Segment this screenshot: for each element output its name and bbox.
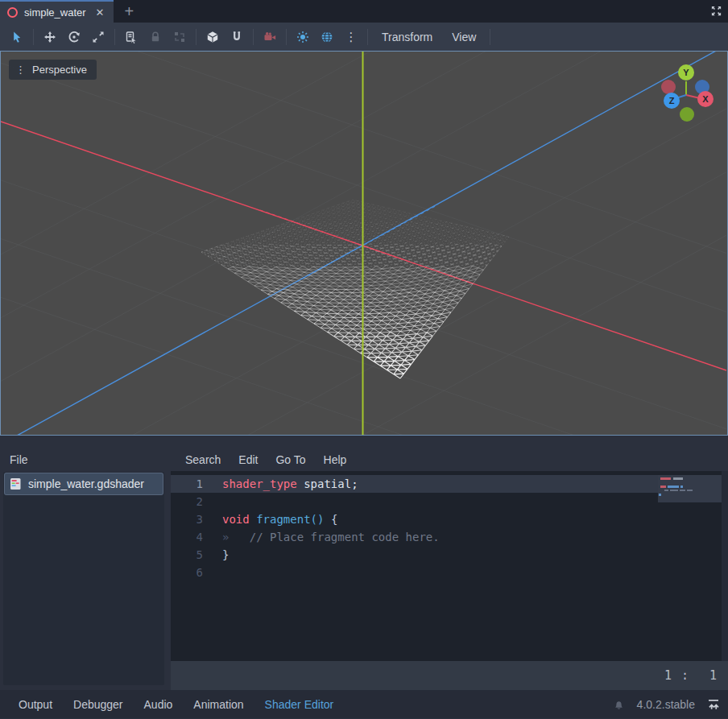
3d-viewport[interactable]: ⋮ Perspective Y X Z [0,51,728,436]
bottom-dock-bar: Output Debugger Audio Animation Shader E… [0,690,728,718]
editor-menubar: Search Edit Go To Help [171,448,728,471]
tab-animation[interactable]: Animation [183,698,254,711]
code-minimap[interactable] [658,475,722,502]
gizmo-y-label: Y [683,68,689,77]
scene-tab[interactable]: simple_water ✕ [0,0,114,23]
code-token: spatial; [297,477,358,490]
gizmo-axis-neg-y[interactable] [680,107,694,122]
minimap-mark [673,477,683,480]
tab-debugger[interactable]: Debugger [63,698,134,711]
sun-environment-menu-icon[interactable]: ⋮ [339,27,363,48]
toolbar-separator [253,29,254,45]
shader-panel: File simple_water.gdshader Search Edit G… [0,448,728,690]
toolbar-separator [286,29,287,45]
scene-icon [7,7,18,18]
cursor-separator: : [681,668,689,683]
instance-cube-button[interactable] [201,27,225,48]
distraction-free-icon[interactable] [710,5,722,17]
code-token [250,513,256,526]
minimap-mark [660,477,671,480]
minimap-mark [660,486,666,488]
new-scene-button[interactable]: + [125,3,134,19]
scale-mode-button[interactable] [86,27,110,48]
tab-audio[interactable]: Audio [134,698,184,711]
code-line[interactable]: 5} [171,546,728,564]
toolbar-separator [33,29,34,45]
group-selected-button[interactable] [168,27,192,48]
environment-settings-button[interactable] [315,27,339,48]
snap-toggle-button[interactable] [225,27,249,48]
code-token: fragment() [256,513,324,526]
file-item-label: simple_water.gdshader [28,477,144,490]
minimap-mark [668,486,679,488]
view-menu[interactable]: View [442,31,486,43]
code-token: shader_type [222,477,297,490]
goto-menu[interactable]: Go To [267,453,314,466]
lock-selected-button[interactable] [143,27,168,48]
line-number: 3 [176,510,203,528]
file-item-simple-water[interactable]: simple_water.gdshader [5,473,163,494]
tab-shader-editor[interactable]: Shader Editor [254,698,345,711]
tab-output[interactable]: Output [8,698,63,711]
code-token: // Place fragment code here. [229,531,439,543]
scene-tabbar: simple_water ✕ + [0,0,728,23]
rotate-mode-button[interactable] [62,27,86,48]
perspective-button[interactable]: ⋮ Perspective [9,60,97,80]
gizmo-z-label: Z [669,96,675,105]
gizmo-axis-neg-x[interactable] [661,80,676,94]
gizmo-x-label: X [702,94,709,104]
minimap-mark [680,490,685,491]
code-token: void [222,513,250,526]
line-number: 2 [176,493,203,510]
code-token: { [324,513,337,526]
sun-settings-button[interactable] [291,27,315,48]
camera-preview-button[interactable] [258,27,282,48]
toolbar-separator [490,29,490,45]
notification-bell-icon[interactable] [613,698,625,710]
minimap-mark [659,494,661,496]
shader-file-icon [10,477,22,490]
minimap-mark [670,490,678,491]
minimap-mark [680,486,683,488]
version-label: 4.0.2.stable [637,698,695,711]
cursor-line: 1 [664,668,672,683]
select-mode-button[interactable] [5,27,29,48]
move-mode-button[interactable] [38,27,62,48]
code-token: } [222,548,229,561]
edit-menu[interactable]: Edit [230,453,267,466]
code-line[interactable]: 3void fragment() { [171,510,728,528]
line-number: 5 [176,546,203,564]
search-menu[interactable]: Search [176,453,230,466]
line-number: 4 [176,528,203,546]
shader-file-panel: File simple_water.gdshader [0,448,168,690]
list-select-button[interactable] [119,27,143,48]
axis-gizmo[interactable]: Y X Z [648,60,725,125]
help-menu[interactable]: Help [315,453,356,466]
code-line[interactable]: 6 [171,564,728,581]
line-number: 1 [176,475,203,493]
toolbar-separator [367,29,368,45]
cursor-column: 1 [709,668,717,683]
line-number: 6 [176,564,203,581]
minimap-mark [687,490,693,491]
file-menubar: File [0,448,168,471]
code-line[interactable]: 1shader_type spatial; [171,475,728,493]
panel-splitter[interactable] [0,436,728,448]
minimap-mark [664,490,668,491]
code-line[interactable]: 4» // Place fragment code here. [171,528,728,546]
perspective-label: Perspective [32,64,87,76]
editor-scrollbar[interactable] [722,471,728,661]
editor-statusbar: 1 : 1 [171,661,728,690]
transform-menu[interactable]: Transform [372,31,442,43]
viewport-canvas[interactable] [1,52,726,435]
scene-tab-label: simple_water [24,6,86,19]
shader-text-editor: Search Edit Go To Help 1shader_type spat… [171,448,728,690]
expand-bottom-panel-icon[interactable] [707,698,720,710]
code-area[interactable]: 1shader_type spatial; 2 3void fragment()… [171,471,728,661]
code-line[interactable]: 2 [171,493,728,510]
shader-file-list[interactable]: simple_water.gdshader [3,472,164,685]
viewport-menu-icon[interactable]: ⋮ [15,64,26,75]
file-menu[interactable]: File [10,453,28,466]
tab-close-icon[interactable]: ✕ [96,7,105,18]
spatial-toolbar: ⋮ Transform View [0,23,728,51]
